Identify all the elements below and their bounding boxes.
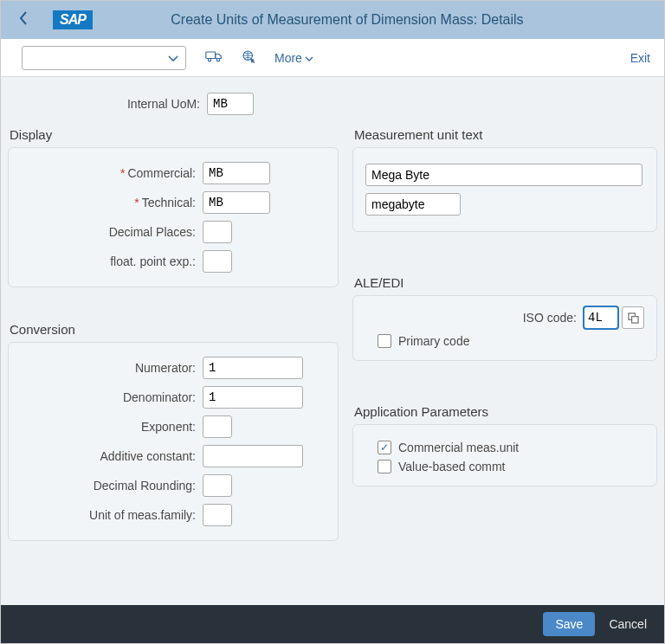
toolbar-dropdown[interactable] — [22, 46, 186, 70]
commercial-label: Commercial: — [127, 166, 196, 180]
additive-label: Additive constant: — [17, 449, 203, 463]
chevron-left-icon — [18, 10, 29, 29]
save-button[interactable]: Save — [543, 612, 595, 636]
iso-code-label: ISO code: — [523, 311, 577, 325]
display-group-title: Display — [8, 124, 339, 147]
more-button[interactable]: More — [274, 51, 313, 65]
svg-point-1 — [208, 59, 210, 61]
footer-bar: Save Cancel — [1, 605, 664, 643]
content-area: Internal UoM: Display *Commercial: *Tech… — [1, 77, 664, 605]
float-exp-input[interactable] — [203, 250, 232, 273]
numerator-label: Numerator: — [17, 361, 203, 375]
svg-rect-5 — [631, 316, 637, 322]
appparams-group-title: Application Parameters — [352, 401, 657, 424]
meastext-group-title: Measurement unit text — [352, 124, 657, 147]
globe-cursor-icon[interactable] — [242, 49, 255, 66]
toolbar: More Exit — [1, 39, 664, 77]
back-button[interactable] — [11, 10, 36, 30]
more-label: More — [274, 51, 302, 65]
conversion-group: Numerator: Denominator: Exponent: Additi… — [8, 342, 339, 541]
meastext-short-input[interactable] — [365, 193, 461, 216]
value-based-label: Value-based commt — [398, 460, 505, 473]
internal-uom-input[interactable] — [207, 93, 254, 115]
commercial-input[interactable] — [203, 162, 270, 184]
commercial-measunit-checkbox[interactable]: ✓ — [378, 441, 391, 454]
meastext-group — [352, 147, 657, 232]
exponent-input[interactable] — [203, 415, 232, 438]
svg-point-2 — [216, 59, 219, 61]
primary-code-checkbox[interactable]: ✓ — [378, 334, 391, 348]
iso-code-input[interactable] — [584, 306, 618, 329]
decimal-places-input[interactable] — [203, 221, 232, 243]
denominator-input[interactable] — [203, 386, 303, 409]
aleedi-group: ISO code: ✓ Primary code — [352, 295, 657, 361]
exponent-label: Exponent: — [17, 420, 203, 434]
internal-uom-label: Internal UoM: — [8, 97, 207, 111]
chevron-down-icon — [168, 51, 178, 65]
app-window: SAP Create Units of Measurement of Dimen… — [0, 0, 665, 644]
technical-label: Technical: — [142, 196, 196, 209]
iso-copy-button[interactable] — [622, 306, 644, 329]
cancel-button[interactable]: Cancel — [604, 612, 652, 636]
family-label: Unit of meas.family: — [17, 508, 203, 522]
internal-uom-row: Internal UoM: — [8, 87, 657, 124]
display-group: *Commercial: *Technical: Decimal Places:… — [8, 147, 339, 287]
truck-icon[interactable] — [205, 50, 223, 65]
exit-button[interactable]: Exit — [630, 51, 650, 65]
numerator-input[interactable] — [203, 357, 303, 379]
family-input[interactable] — [203, 504, 232, 526]
copy-icon — [628, 312, 639, 324]
technical-input[interactable] — [203, 191, 270, 214]
svg-rect-0 — [206, 52, 216, 59]
titlebar: SAP Create Units of Measurement of Dimen… — [1, 1, 664, 39]
commercial-measunit-label: Commercial meas.unit — [398, 441, 519, 454]
appparams-group: ✓ Commercial meas.unit ✓ Value-based com… — [352, 424, 657, 486]
decimal-places-label: Decimal Places: — [17, 225, 203, 239]
rounding-input[interactable] — [203, 474, 232, 497]
value-based-checkbox[interactable]: ✓ — [378, 460, 391, 473]
conversion-group-title: Conversion — [8, 319, 339, 342]
meastext-long-input[interactable] — [365, 164, 642, 186]
rounding-label: Decimal Rounding: — [17, 479, 203, 493]
float-exp-label: float. point exp.: — [17, 254, 203, 268]
aleedi-group-title: ALE/EDI — [352, 272, 657, 295]
page-title: Create Units of Measurement of Dimension… — [41, 12, 654, 28]
chevron-down-icon — [305, 51, 313, 65]
denominator-label: Denominator: — [17, 390, 203, 404]
primary-code-label: Primary code — [398, 334, 469, 348]
additive-input[interactable] — [203, 445, 303, 467]
